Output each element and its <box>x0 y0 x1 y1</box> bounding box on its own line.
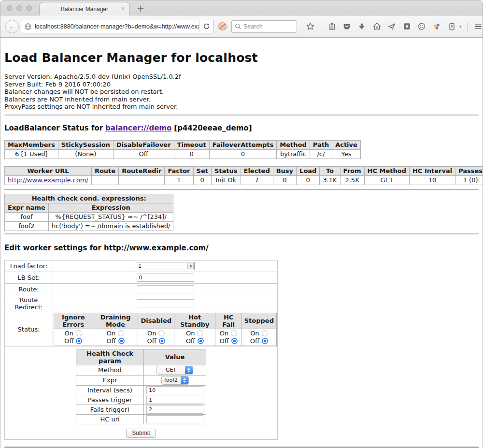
new-tab-button[interactable]: + <box>137 2 144 14</box>
search-field[interactable]: Search <box>231 20 297 33</box>
radio-off-selected[interactable] <box>262 338 268 344</box>
number-stepper-icon[interactable] <box>187 263 194 269</box>
pocket-icon[interactable] <box>341 21 352 32</box>
search-placeholder: Search <box>243 23 263 30</box>
loadbalancer-status-heading: LoadBalancer Status forbalancer://demo[p… <box>4 124 479 132</box>
table-header-row: Health Check param Value <box>76 349 206 365</box>
window-minimize-button[interactable] <box>16 5 22 11</box>
method-select[interactable]: GET <box>156 366 193 375</box>
url-bar[interactable]: localhost:8880/balancer-manager?b=demo&w… <box>21 20 214 33</box>
url-text[interactable]: localhost:8880/balancer-manager?b=demo&w… <box>35 23 199 30</box>
radio-on[interactable] <box>197 330 203 336</box>
status-cell-disabled: On Off <box>138 329 174 346</box>
overflow-caret-icon[interactable]: ▾ <box>459 24 462 29</box>
status-cell-hc-fail: On Off <box>215 329 242 346</box>
bookmarks-clipboard-icon[interactable] <box>327 21 337 32</box>
expr-row: Expr foof2 <box>76 375 206 385</box>
page-title: Load Balancer Manager for localhost <box>4 51 479 65</box>
edit-worker-heading: Edit worker settings for http://www.exam… <box>4 244 479 252</box>
divider <box>4 233 479 234</box>
method-row: Method GET <box>76 365 206 375</box>
balancer-demo-link[interactable]: balancer://demo <box>105 124 171 132</box>
route-redirect-input[interactable] <box>137 299 194 307</box>
back-button[interactable]: ← <box>5 20 19 33</box>
worker-table: Worker URL Route RouteRedir Factor Set S… <box>4 166 483 185</box>
bookmark-star-icon[interactable] <box>305 21 315 32</box>
globe-icon <box>24 23 32 30</box>
tab-close-icon[interactable]: × <box>121 5 125 12</box>
hc-uri-input[interactable] <box>146 415 203 423</box>
radio-off-selected[interactable] <box>159 338 165 344</box>
table-title-row: Health check cond. expressions: <box>5 194 173 203</box>
balancer-status-table: MaxMembers StickySession DisableFailover… <box>4 140 361 159</box>
color-dots-extension-icon[interactable] <box>431 21 442 32</box>
lb-set-input[interactable] <box>137 274 194 282</box>
radio-on[interactable] <box>262 330 268 336</box>
status-label: Status: <box>5 312 53 347</box>
route-input[interactable] <box>137 285 194 293</box>
worker-url-link[interactable]: http://www.example.com/ <box>8 176 88 184</box>
route-row: Route: <box>5 283 278 295</box>
radio-on[interactable] <box>158 330 165 336</box>
tab-bar: Balancer Manager × + <box>0 0 483 15</box>
proxypass-notice-line: ProxyPass settings are NOT inherited fro… <box>4 103 479 111</box>
toolbar-icons: ▾ <box>305 21 483 32</box>
toolbar-separator-2 <box>467 22 468 31</box>
passes-input[interactable] <box>146 396 203 404</box>
fails-label: Fails trigger) <box>76 405 144 414</box>
heading-suffix: [p4420eeae_demo] <box>174 124 252 132</box>
col-stickysession: StickySession <box>58 140 113 149</box>
content-blocked-icon[interactable] <box>218 22 227 31</box>
route-redirect-label: Route Redirect: <box>5 295 53 312</box>
home-icon[interactable] <box>371 21 382 32</box>
send-plane-icon[interactable] <box>386 21 397 32</box>
radio-on[interactable] <box>76 330 82 336</box>
radio-on[interactable] <box>231 330 237 336</box>
table-row: 6 [1 Used] (None) Off 0 0 bytraffic /c/ … <box>5 149 361 159</box>
edit-worker-form: Load factor: 1 LB Set: Route: <box>4 260 278 440</box>
select-arrows-icon <box>185 366 193 374</box>
navigation-toolbar: ← localhost:8880/balancer-manager?b=demo… <box>0 15 483 38</box>
radio-off-selected[interactable] <box>76 338 82 344</box>
search-icon <box>235 23 241 29</box>
divider <box>4 115 479 116</box>
submit-button[interactable]: Submit <box>126 429 156 438</box>
window-controls[interactable] <box>7 5 32 11</box>
lb-set-row: LB Set: <box>5 272 278 283</box>
interval-row: Interval (secs) <box>76 385 206 395</box>
window-zoom-button[interactable] <box>26 5 32 11</box>
col-failoverattempts: FailoverAttempts <box>209 140 277 149</box>
feedback-smiley-icon[interactable] <box>416 21 427 32</box>
radio-on[interactable] <box>118 330 124 336</box>
fails-input[interactable] <box>146 405 203 414</box>
back-arrow-icon: ← <box>9 22 16 30</box>
expr-row-foof: foof %{REQUEST_STATUS} =~ /^[234]/ <box>5 212 173 221</box>
radio-off-selected[interactable] <box>198 338 204 344</box>
col-maxmembers: MaxMembers <box>5 140 58 149</box>
table-header-row: Expr name Expression <box>5 203 173 212</box>
interval-input[interactable] <box>146 386 203 394</box>
menu-hamburger-icon[interactable] <box>473 21 483 32</box>
expr-select[interactable]: foof2 <box>161 376 189 385</box>
table-header-row: MaxMembers StickySession DisableFailover… <box>5 140 361 149</box>
radio-off-selected[interactable] <box>118 338 125 344</box>
page-content: Load Balancer Manager for localhost Serv… <box>0 51 483 448</box>
load-factor-label: Load factor: <box>5 260 53 272</box>
browser-tab[interactable]: Balancer Manager × <box>39 2 130 15</box>
server-version-line: Server Version: Apache/2.5.0-dev (Unix) … <box>4 73 479 81</box>
submit-row: Submit <box>5 427 278 439</box>
server-built-line: Server Built: Feb 9 2016 07:00:20 <box>4 81 479 88</box>
persist-notice-line: Balancer changes will NOT be persisted o… <box>4 88 479 96</box>
divider <box>4 189 479 190</box>
save-to-device-icon[interactable] <box>401 21 412 32</box>
status-cell-hot-standby: On Off <box>174 329 215 346</box>
reload-button[interactable] <box>199 20 213 33</box>
load-factor-input[interactable]: 1 <box>136 262 195 270</box>
method-label: Method <box>76 365 144 375</box>
downloads-icon[interactable] <box>356 21 367 32</box>
clipboard-list-extension-icon[interactable] <box>446 21 457 32</box>
expr-row-foof2: foof2 hc('body') =~ /domain is establish… <box>5 221 173 231</box>
radio-off-selected[interactable] <box>231 338 238 344</box>
interval-label: Interval (secs) <box>76 385 144 395</box>
window-close-button[interactable] <box>7 5 13 11</box>
